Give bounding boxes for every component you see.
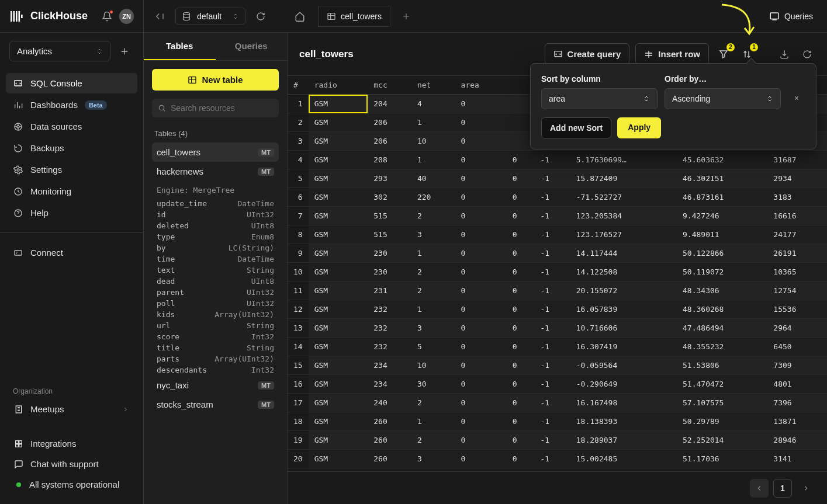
table-row[interactable]: 13GSM232300-110.71660647.4864942964: [288, 319, 827, 338]
cell[interactable]: GSM: [309, 375, 368, 394]
table-row[interactable]: 7GSM515200-1123.2053849.42724616616: [288, 207, 827, 225]
cell[interactable]: 0: [507, 338, 535, 356]
cell[interactable]: 15.002485: [570, 450, 677, 468]
nav-item-sql-console[interactable]: SQL Console: [6, 73, 137, 93]
cell[interactable]: -1: [535, 394, 570, 412]
cell[interactable]: -1: [535, 263, 570, 281]
cell[interactable]: 46.873161: [677, 188, 767, 207]
cell[interactable]: 3: [411, 450, 455, 468]
table-row[interactable]: 8GSM515300-1123.1765279.48901124177: [288, 225, 827, 244]
cell[interactable]: 232: [368, 338, 411, 356]
table-row[interactable]: 19GSM260200-118.28903752.25201428946: [288, 431, 827, 450]
cell[interactable]: -1: [535, 338, 570, 356]
cell[interactable]: 2: [411, 263, 455, 281]
sort-order-select[interactable]: Ascending: [665, 88, 781, 109]
cell[interactable]: 232: [368, 300, 411, 319]
cell[interactable]: 206: [368, 113, 411, 132]
cell[interactable]: 50.122866: [677, 244, 767, 263]
cell[interactable]: GSM: [309, 263, 368, 281]
cell[interactable]: 0: [455, 188, 507, 207]
cell[interactable]: 260: [368, 450, 411, 468]
cell[interactable]: 0: [455, 263, 507, 281]
cell[interactable]: 10: [411, 132, 455, 151]
cell[interactable]: 4801: [767, 375, 827, 394]
table-item[interactable]: cell_towersMT: [152, 142, 279, 162]
cell[interactable]: 234: [368, 356, 411, 375]
cell[interactable]: 48.34306: [677, 281, 767, 300]
cell[interactable]: 40: [411, 169, 455, 188]
status-link[interactable]: All systems operational: [8, 474, 135, 495]
cell[interactable]: 4: [411, 95, 455, 113]
nav-item-monitoring[interactable]: Monitoring: [6, 181, 137, 201]
cell[interactable]: 16.307419: [570, 338, 677, 356]
table-row[interactable]: 5GSM2934000-115.87240946.3021512934: [288, 169, 827, 188]
cell[interactable]: 9.427246: [677, 207, 767, 225]
cell[interactable]: -1: [535, 151, 570, 169]
cell[interactable]: 13871: [767, 412, 827, 431]
cell[interactable]: 0: [455, 450, 507, 468]
cell[interactable]: 20.155072: [570, 281, 677, 300]
cell[interactable]: -1: [535, 188, 570, 207]
prev-page-button[interactable]: [750, 479, 769, 498]
table-item[interactable]: stocks_streamMT: [152, 395, 279, 414]
cell[interactable]: 57.107575: [677, 394, 767, 412]
cell[interactable]: 10: [411, 356, 455, 375]
cell[interactable]: -1: [535, 225, 570, 244]
cell[interactable]: 2: [411, 281, 455, 300]
cell[interactable]: -71.522727: [570, 188, 677, 207]
insert-row-button[interactable]: Insert row: [635, 43, 709, 65]
cell[interactable]: 0: [507, 450, 535, 468]
cell[interactable]: 48.360268: [677, 300, 767, 319]
cell[interactable]: 50.119072: [677, 263, 767, 281]
cell[interactable]: -1: [535, 450, 570, 468]
notifications-icon[interactable]: [102, 11, 112, 22]
cell[interactable]: GSM: [309, 169, 368, 188]
cell[interactable]: 0: [455, 319, 507, 338]
cell[interactable]: 0: [507, 151, 535, 169]
column-header[interactable]: net: [411, 76, 455, 95]
open-tab[interactable]: cell_towers: [318, 6, 390, 27]
cell[interactable]: 18.138393: [570, 412, 677, 431]
filter-button[interactable]: 2: [715, 46, 732, 63]
search-input[interactable]: [171, 103, 273, 113]
cell[interactable]: 7309: [767, 356, 827, 375]
cell[interactable]: 31687: [767, 151, 827, 169]
new-table-button[interactable]: New table: [152, 69, 279, 91]
table-row[interactable]: 11GSM231200-120.15507248.3430612754: [288, 281, 827, 300]
cell[interactable]: 123.205384: [570, 207, 677, 225]
add-service-icon[interactable]: [115, 41, 134, 61]
cell[interactable]: 0: [455, 375, 507, 394]
table-row[interactable]: 9GSM230100-114.11744450.12286626191: [288, 244, 827, 263]
cell[interactable]: GSM: [309, 450, 368, 468]
cell[interactable]: 28946: [767, 431, 827, 450]
column-header[interactable]: mcc: [368, 76, 411, 95]
cell[interactable]: 515: [368, 207, 411, 225]
cell[interactable]: 232: [368, 319, 411, 338]
cell[interactable]: 230: [368, 244, 411, 263]
cell[interactable]: 0: [507, 188, 535, 207]
service-selector[interactable]: Analytics: [9, 41, 110, 61]
cell[interactable]: 15536: [767, 300, 827, 319]
cell[interactable]: 0: [455, 412, 507, 431]
cell[interactable]: 16616: [767, 207, 827, 225]
cell[interactable]: 9.489011: [677, 225, 767, 244]
cell[interactable]: 0: [455, 113, 507, 132]
table-row[interactable]: 17GSM240200-116.16749857.1075757396: [288, 394, 827, 412]
cell[interactable]: 3141: [767, 450, 827, 468]
cell[interactable]: 240: [368, 394, 411, 412]
cell[interactable]: 51.17036: [677, 450, 767, 468]
chat-support-link[interactable]: Chat with support: [8, 454, 135, 474]
table-item[interactable]: hackernewsMT: [152, 162, 279, 181]
cell[interactable]: -1: [535, 169, 570, 188]
cell[interactable]: 0: [455, 394, 507, 412]
cell[interactable]: 0: [455, 169, 507, 188]
create-query-button[interactable]: Create query: [545, 43, 630, 65]
cell[interactable]: 5: [411, 338, 455, 356]
cell[interactable]: 0: [507, 225, 535, 244]
cell[interactable]: 302: [368, 188, 411, 207]
cell[interactable]: 30: [411, 375, 455, 394]
cell[interactable]: 231: [368, 281, 411, 300]
cell[interactable]: 0: [507, 412, 535, 431]
cell[interactable]: 0: [455, 132, 507, 151]
table-row[interactable]: 18GSM260100-118.13839350.2978913871: [288, 412, 827, 431]
